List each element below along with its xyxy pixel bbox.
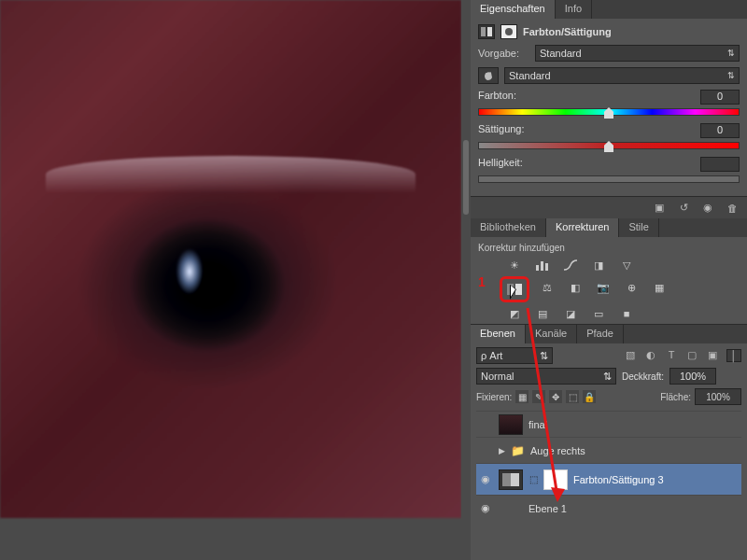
highlight-box (500, 276, 529, 302)
mask-thumbnail[interactable] (543, 469, 568, 490)
hue-saturation-icon[interactable] (504, 281, 525, 298)
filter-toggle-icon[interactable]: │ (726, 349, 741, 362)
brightness-contrast-icon[interactable]: ☀ (504, 257, 525, 273)
preset-label: Vorgabe: (478, 48, 529, 59)
tab-eigenschaften[interactable]: Eigenschaften (471, 0, 556, 19)
layer-name[interactable]: Farbton/Sättigung 3 (573, 474, 664, 485)
panel-scrollbar[interactable] (461, 0, 471, 560)
opacity-label: Deckkraft: (622, 371, 664, 382)
saturation-value-input[interactable]: 0 (700, 123, 740, 138)
tab-stile[interactable]: Stile (619, 218, 658, 237)
filter-type-icon[interactable]: T (665, 349, 678, 362)
photo-filter-icon[interactable]: 📷 (593, 279, 613, 296)
hue-value-input[interactable]: 0 (700, 90, 740, 105)
chevron-updown-icon: ⇅ (727, 71, 735, 80)
layer-name[interactable]: Ebene 1 (529, 503, 567, 514)
visibility-toggle[interactable]: ◉ (478, 473, 493, 485)
layer-row-selected[interactable]: ◉ ⬚ Farbton/Sättigung 3 (476, 463, 741, 495)
hue-slider[interactable] (478, 108, 740, 116)
layer-thumbnail[interactable] (499, 414, 523, 435)
link-icon[interactable]: ⬚ (529, 474, 538, 484)
corrections-subtitle: Korrektur hinzufügen (478, 243, 740, 253)
tab-kanaele[interactable]: Kanäle (526, 325, 577, 343)
lightness-label: Helligkeit: (478, 157, 523, 172)
svg-rect-3 (536, 265, 539, 271)
filter-adjustment-icon[interactable]: ◐ (644, 349, 657, 362)
filter-smart-icon[interactable]: ▣ (706, 349, 719, 362)
curves-icon[interactable] (560, 257, 581, 273)
layer-row[interactable]: final (476, 411, 741, 437)
chevron-updown-icon: ⇅ (603, 371, 612, 383)
lock-nested-icon[interactable]: ⬚ (566, 390, 579, 403)
lock-position-icon[interactable]: ✥ (549, 390, 562, 403)
color-balance-icon[interactable]: ⚖ (537, 279, 557, 296)
clip-icon[interactable]: ▣ (652, 202, 667, 215)
visibility-icon[interactable]: ◉ (700, 202, 715, 215)
mask-icon[interactable] (500, 24, 517, 39)
threshold-icon[interactable]: ◪ (560, 305, 581, 322)
adjustment-thumbnail[interactable] (499, 469, 523, 490)
lightness-value-input[interactable] (700, 157, 740, 172)
visibility-toggle[interactable]: ◉ (478, 502, 493, 514)
chevron-updown-icon: ⇅ (727, 49, 735, 58)
layer-name[interactable]: final (529, 419, 547, 430)
canvas-area[interactable] (0, 0, 461, 560)
gradient-map-icon[interactable]: ▭ (588, 305, 609, 322)
levels-icon[interactable] (532, 257, 553, 273)
lookup-icon[interactable]: ▦ (649, 279, 669, 296)
blend-mode-select[interactable]: Normal ⇅ (476, 368, 616, 385)
disclosure-triangle-icon[interactable]: ▶ (499, 446, 505, 455)
tab-korrekturen[interactable]: Korrekturen (546, 218, 619, 237)
selective-color-icon[interactable]: ■ (616, 305, 637, 322)
posterize-icon[interactable]: ▤ (532, 305, 553, 322)
filter-shape-icon[interactable]: ▢ (685, 349, 698, 362)
fill-input[interactable]: 100% (695, 388, 741, 405)
layer-name[interactable]: Auge rechts (530, 445, 585, 456)
lock-transparent-icon[interactable]: ▦ (515, 390, 529, 403)
folder-icon: 📁 (511, 444, 525, 457)
scroll-thumb[interactable] (463, 140, 469, 215)
corrections-body: Korrektur hinzufügen ☀ ◨ ▽ ⚖ ◧ 📷 (471, 237, 747, 324)
svg-rect-7 (515, 284, 522, 295)
svg-rect-6 (507, 284, 514, 295)
svg-rect-5 (545, 263, 548, 271)
invert-icon[interactable]: ◩ (504, 305, 525, 322)
properties-footer: ▣ ↺ ◉ 🗑 (471, 196, 747, 218)
black-white-icon[interactable]: ◧ (565, 279, 585, 296)
reset-icon[interactable]: ↺ (676, 202, 691, 215)
lightness-slider[interactable] (478, 175, 740, 183)
layer-row[interactable]: ◉ Ebene 1 (476, 495, 741, 521)
preset-value: Standard (540, 48, 582, 59)
chevron-updown-icon: ⇅ (540, 350, 548, 362)
trash-icon[interactable]: 🗑 (725, 202, 740, 215)
adjustment-title: Farbton/Sättigung (523, 26, 612, 37)
slider-thumb[interactable] (604, 107, 613, 119)
slider-thumb[interactable] (604, 141, 613, 152)
vibrance-icon[interactable]: ▽ (616, 257, 637, 273)
tab-info[interactable]: Info (556, 0, 592, 19)
preset-select[interactable]: Standard ⇅ (535, 45, 740, 62)
lock-label: Fixieren: (476, 392, 512, 402)
layer-filter-select[interactable]: ρ Art ⇅ (476, 347, 553, 364)
visibility-toggle[interactable] (478, 419, 493, 430)
svg-rect-0 (481, 27, 486, 36)
right-panels: Eigenschaften Info Farbton/Sättigung Vor… (471, 0, 747, 560)
channel-mixer-icon[interactable]: ⊕ (621, 279, 641, 296)
tab-ebenen[interactable]: Ebenen (471, 325, 526, 343)
lightness-slider-row: Helligkeit: (478, 157, 740, 183)
exposure-icon[interactable]: ◨ (588, 257, 609, 273)
opacity-input[interactable]: 100% (669, 368, 716, 385)
layer-group-row[interactable]: ▶ 📁 Auge rechts (476, 437, 741, 463)
scrubby-hand-icon[interactable] (478, 67, 499, 84)
lock-pixels-icon[interactable]: ✎ (532, 390, 545, 403)
channel-select[interactable]: Standard ⇅ (504, 67, 740, 84)
visibility-toggle[interactable] (478, 445, 493, 456)
adjustment-type-icon (478, 24, 495, 39)
saturation-slider[interactable] (478, 142, 740, 149)
annotation-number: 1 (478, 274, 486, 289)
tab-bibliotheken[interactable]: Bibliotheken (471, 218, 546, 237)
svg-rect-4 (541, 261, 543, 271)
filter-pixel-icon[interactable]: ▧ (624, 349, 637, 362)
lock-all-icon[interactable]: 🔒 (583, 390, 596, 403)
tab-pfade[interactable]: Pfade (577, 325, 624, 343)
